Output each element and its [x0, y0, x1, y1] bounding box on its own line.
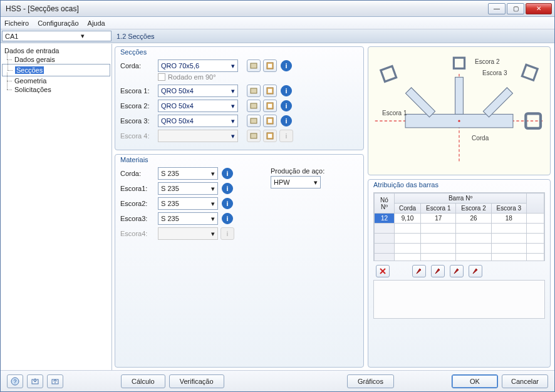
- mat-1-select[interactable]: S 235▾: [158, 182, 218, 195]
- escora1-select[interactable]: QRO 50x4▾: [158, 85, 238, 97]
- mat-2-select[interactable]: S 235▾: [158, 197, 218, 210]
- verificacao-button[interactable]: Verificação: [169, 374, 224, 388]
- producao-select[interactable]: HPW▾: [271, 176, 321, 188]
- info-button: i: [220, 227, 234, 240]
- pick-tool-2[interactable]: [431, 265, 445, 277]
- mat-4-label: Escora4:: [120, 230, 155, 237]
- library-button[interactable]: [247, 59, 261, 72]
- catalog-button[interactable]: [263, 115, 277, 127]
- atribuicao-comment[interactable]: [373, 280, 545, 319]
- atribuicao-table[interactable]: Nó Nº Barra Nº CordaEscora 1Escora 2Esco…: [374, 193, 544, 261]
- diagram-label-escora3: Escora 3: [482, 70, 507, 76]
- mat-0-select[interactable]: S 235▾: [158, 167, 218, 180]
- chevron-down-icon: ▾: [231, 102, 235, 110]
- subheader: CA1 ▾ 1.2 Secções: [1, 29, 554, 43]
- escora3-select[interactable]: QRO 50x4▾: [158, 115, 238, 127]
- info-button[interactable]: i: [281, 85, 292, 96]
- chevron-down-icon: ▾: [57, 32, 109, 41]
- escora3-label: Escora 3:: [120, 117, 155, 125]
- rotate-label: Rodado em 90°: [168, 73, 216, 81]
- tree-item-dados-gerais[interactable]: Dados gerais: [2, 55, 110, 64]
- escora1-label: Escora 1:: [120, 87, 155, 95]
- table-cell[interactable]: 26: [456, 214, 491, 224]
- row-header[interactable]: 12: [375, 214, 395, 224]
- pick-tool-3[interactable]: [450, 265, 464, 277]
- svg-rect-2: [268, 64, 272, 68]
- diagram-label-escora2: Escora 2: [475, 58, 499, 65]
- ok-button[interactable]: OK: [452, 374, 498, 388]
- svg-rect-0: [251, 63, 257, 68]
- table-cell[interactable]: 17: [421, 214, 456, 224]
- case-select[interactable]: CA1 ▾: [2, 31, 112, 41]
- table-cell[interactable]: [527, 214, 544, 224]
- rotate-checkbox[interactable]: Rodado em 90°: [158, 73, 358, 81]
- mat-4-select: ▾: [158, 227, 218, 240]
- nav-tree: Dados de entrada Dados gerais Secções Ge…: [1, 44, 112, 370]
- svg-rect-14: [268, 134, 272, 138]
- graficos-button[interactable]: Gráficos: [347, 374, 394, 388]
- svg-point-25: [458, 120, 460, 122]
- corda-label: Corda:: [120, 62, 155, 70]
- info-button[interactable]: i: [222, 213, 233, 224]
- library-button: [247, 130, 261, 142]
- minimize-button[interactable]: —: [488, 3, 506, 14]
- svg-rect-5: [268, 89, 272, 93]
- info-button: i: [279, 130, 293, 142]
- library-button[interactable]: [247, 85, 261, 97]
- table-cell[interactable]: 9,10: [395, 214, 421, 224]
- export-button[interactable]: [47, 374, 63, 388]
- diagram-preview: Escora 1 Escora 2 Escora 3 Corda: [368, 46, 551, 175]
- escora4-select: ▾: [158, 130, 238, 142]
- group-materiais: Materiais Corda:S 235▾iEscora1:S 235▾iEs…: [115, 154, 364, 368]
- tree-item-solicitacoes[interactable]: Solicitações: [2, 85, 110, 94]
- close-button[interactable]: ✕: [526, 3, 552, 14]
- delete-row-button[interactable]: [376, 265, 390, 277]
- svg-rect-18: [406, 88, 435, 117]
- chevron-down-icon: ▾: [211, 230, 215, 238]
- info-button[interactable]: i: [222, 168, 233, 179]
- pick-tool-4[interactable]: [469, 265, 482, 277]
- svg-text:?: ?: [13, 378, 16, 384]
- table-cell[interactable]: 18: [491, 214, 526, 224]
- svg-rect-8: [268, 104, 272, 108]
- cancel-button[interactable]: Cancelar: [502, 374, 548, 388]
- tree-item-geometria[interactable]: Geometria: [2, 76, 110, 85]
- producao-label: Produção de aço:: [271, 167, 358, 175]
- catalog-button[interactable]: [263, 100, 277, 112]
- col-no: Nó Nº: [375, 193, 395, 214]
- chevron-down-icon: ▾: [211, 215, 215, 223]
- catalog-button: [263, 130, 277, 142]
- diagram-label-corda: Corda: [472, 135, 489, 142]
- info-button[interactable]: i: [281, 60, 292, 71]
- atribuicao-toolbar: [373, 265, 545, 277]
- info-button[interactable]: i: [281, 100, 292, 111]
- info-button[interactable]: i: [222, 183, 233, 194]
- group-atribuicao: Atribuição das barras Nó Nº Barra Nº Cor…: [368, 179, 551, 368]
- import-button[interactable]: [27, 374, 43, 388]
- escora2-select[interactable]: QRO 50x4▾: [158, 100, 238, 112]
- maximize-button[interactable]: ▢: [507, 3, 524, 14]
- info-button[interactable]: i: [222, 198, 233, 209]
- chevron-down-icon: ▾: [314, 178, 318, 187]
- catalog-button[interactable]: [263, 85, 277, 97]
- escora4-label: Escora 4:: [120, 132, 155, 140]
- checkbox-icon: [158, 73, 165, 81]
- svg-rect-9: [251, 118, 257, 123]
- pick-tool-1[interactable]: [412, 265, 426, 277]
- library-button[interactable]: [247, 100, 261, 112]
- library-button[interactable]: [247, 115, 261, 127]
- menu-help[interactable]: Ajuda: [88, 19, 105, 27]
- group-materiais-title: Materiais: [120, 156, 148, 163]
- corda-select[interactable]: QRO 70x5,6▾: [158, 59, 238, 72]
- tree-root[interactable]: Dados de entrada: [2, 46, 110, 55]
- mat-3-select[interactable]: S 235▾: [158, 212, 218, 225]
- menu-config[interactable]: Configuração: [38, 19, 78, 27]
- window-title: HSS - [Secções ocas]: [3, 4, 79, 13]
- titlebar: HSS - [Secções ocas] — ▢ ✕: [1, 1, 554, 17]
- help-button[interactable]: ?: [7, 374, 23, 388]
- info-button[interactable]: i: [281, 115, 292, 126]
- catalog-button[interactable]: [263, 59, 277, 72]
- menu-file[interactable]: Ficheiro: [4, 19, 29, 27]
- calculo-button[interactable]: Cálculo: [121, 374, 165, 388]
- tree-item-seccoes[interactable]: Secções: [2, 64, 110, 76]
